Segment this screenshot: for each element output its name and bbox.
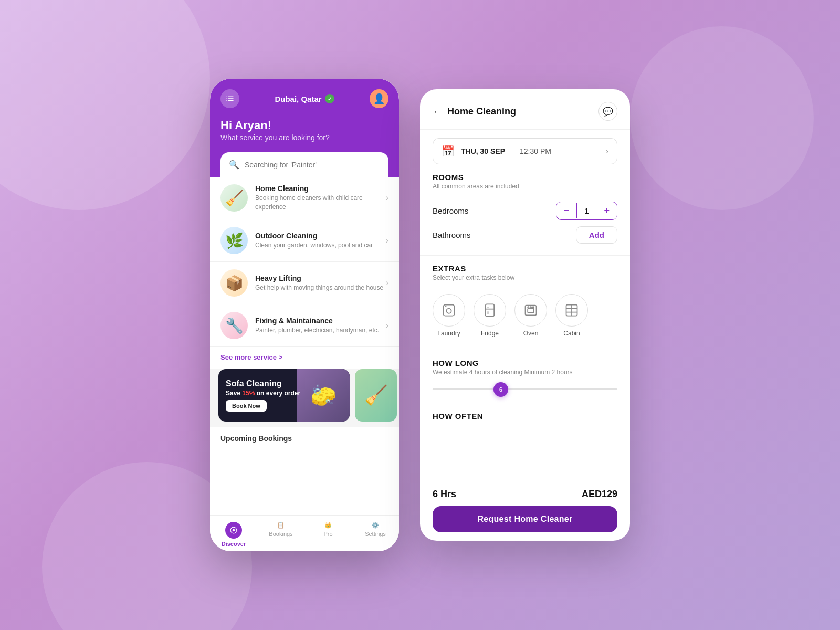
extras-subtitle: Select your extra tasks below (433, 274, 617, 281)
greeting-title: Hi Aryan! (220, 119, 388, 132)
nav-settings[interactable]: ⚙️ Settings (352, 522, 399, 547)
price-row: 6 Hrs AED129 (433, 489, 617, 500)
extras-title: EXTRAS (433, 264, 617, 273)
bg-decoration-1 (0, 0, 210, 210)
outdoor-cleaning-desc: Clean your garden, windows, pool and car (255, 241, 386, 250)
svg-point-8 (533, 307, 534, 308)
panel-footer: 6 Hrs AED129 Request Home Cleaner (420, 480, 630, 541)
bathrooms-label: Bathrooms (433, 230, 471, 239)
nav-discover[interactable]: Discover (210, 522, 257, 547)
chevron-icon-4: › (386, 321, 388, 330)
bottom-navigation: Discover 📋 Bookings 👑 Pro ⚙️ Settings (210, 515, 399, 551)
request-cleaner-button[interactable]: Request Home Cleaner (433, 506, 617, 532)
service-item-outdoor-cleaning[interactable]: 🌿 Outdoor Cleaning Clean your garden, wi… (210, 219, 399, 262)
upcoming-title: Upcoming Bookings (220, 434, 388, 443)
banner-save: Save 15% on every order (226, 390, 300, 397)
extra-oven[interactable]: Oven (514, 294, 547, 337)
fixing-desc: Painter, plumber, electrician, handyman,… (255, 326, 386, 335)
discover-dot (225, 522, 242, 539)
chat-button[interactable]: 💬 (598, 102, 617, 121)
bedrooms-decrease-button[interactable]: − (556, 202, 577, 219)
laundry-icon-circle (433, 294, 465, 327)
nav-bookings[interactable]: 📋 Bookings (257, 522, 304, 547)
svg-point-6 (528, 307, 529, 308)
cabin-label: Cabin (563, 330, 580, 337)
extras-scroll: Laundry Fridge Oven (433, 290, 617, 341)
panel-title: Home Cleaning (447, 106, 516, 117)
bedrooms-row: Bedrooms − 1 + (433, 198, 617, 223)
nav-discover-label: Discover (222, 541, 246, 547)
cabin-icon-circle (555, 294, 588, 327)
back-button[interactable]: ← Home Cleaning (433, 106, 516, 118)
banner-save-suffix: on every order (255, 390, 300, 397)
second-banner[interactable]: 🧹 (355, 369, 397, 422)
price-label: AED129 (582, 489, 617, 500)
service-item-heavy-lifting[interactable]: 📦 Heavy Lifting Get help with moving thi… (210, 262, 399, 304)
sofa-cleaning-banner[interactable]: Sofa Cleaning Save 15% on every order Bo… (218, 369, 350, 422)
home-cleaning-icon: 🧹 (220, 184, 248, 212)
extra-fridge[interactable]: Fridge (474, 294, 506, 337)
search-bar[interactable]: 🔍 (220, 152, 388, 177)
calendar-icon: 📅 (442, 145, 455, 158)
bedrooms-increase-button[interactable]: + (596, 202, 617, 219)
see-more-section: See more service > (210, 347, 399, 369)
extra-laundry[interactable]: Laundry (433, 294, 465, 337)
outdoor-cleaning-icon: 🌿 (220, 227, 248, 254)
date-time-selector[interactable]: 📅 THU, 30 SEP 12:30 PM › (433, 138, 617, 164)
bathrooms-add-button[interactable]: Add (576, 226, 617, 244)
rooms-subtitle: All common areas are included (433, 183, 617, 190)
slider-thumb: 6 (494, 382, 508, 397)
slider-fill (433, 388, 497, 390)
svg-point-7 (530, 307, 531, 308)
nav-pro[interactable]: 👑 Pro (304, 522, 352, 547)
heavy-lifting-text: Heavy Lifting Get help with moving thing… (255, 274, 386, 292)
rooms-section: ROOMS All common areas are included Bedr… (420, 173, 630, 256)
search-input[interactable] (245, 161, 380, 169)
menu-button[interactable] (220, 89, 239, 108)
bookings-icon: 📋 (277, 522, 285, 529)
duration-slider[interactable]: 6 (433, 384, 617, 394)
right-panel: ← Home Cleaning 💬 📅 THU, 30 SEP 12:30 PM… (420, 89, 630, 541)
howlong-subtitle: We estimate 4 hours of cleaning Minimum … (433, 369, 617, 376)
banner-save-amount: 15% (242, 390, 255, 397)
bathrooms-row: Bathrooms Add (433, 223, 617, 247)
book-now-button[interactable]: Book Now (226, 400, 267, 412)
outdoor-cleaning-text: Outdoor Cleaning Clean your garden, wind… (255, 232, 386, 250)
phone-header: Dubai, Qatar ✓ 👤 Hi Aryan! What service … (210, 79, 399, 177)
rooms-title: ROOMS (433, 173, 617, 182)
settings-icon: ⚙️ (372, 522, 379, 529)
outdoor-cleaning-name: Outdoor Cleaning (255, 232, 386, 240)
user-avatar[interactable]: 👤 (370, 89, 388, 108)
svg-rect-5 (528, 309, 534, 313)
panel-header: ← Home Cleaning 💬 (420, 89, 630, 130)
chevron-icon-2: › (386, 236, 388, 245)
greeting-block: Hi Aryan! What service you are looking f… (220, 119, 388, 142)
howlong-title: HOW LONG (433, 359, 617, 368)
home-cleaning-text: Home Cleaning Booking home cleaners with… (255, 184, 386, 212)
see-more-link[interactable]: See more service > (220, 353, 282, 361)
svg-rect-1 (444, 305, 455, 316)
left-phone: Dubai, Qatar ✓ 👤 Hi Aryan! What service … (210, 79, 399, 551)
date-chevron-icon: › (606, 146, 608, 156)
nav-bookings-label: Bookings (269, 531, 292, 537)
date-row-left: 📅 THU, 30 SEP 12:30 PM (442, 145, 551, 158)
svg-point-2 (446, 309, 451, 313)
oven-label: Oven (523, 330, 539, 337)
date-text: THU, 30 SEP (461, 147, 505, 155)
fixing-name: Fixing & Maintainance (255, 317, 386, 325)
extra-cabin[interactable]: Cabin (555, 294, 588, 337)
oven-icon-circle (514, 294, 547, 327)
chevron-icon-3: › (386, 278, 388, 288)
location-text: Dubai, Qatar (275, 94, 321, 103)
slider-track: 6 (433, 388, 617, 390)
upcoming-bookings: Upcoming Bookings (210, 427, 399, 448)
location-display[interactable]: Dubai, Qatar ✓ (275, 94, 334, 103)
service-item-fixing[interactable]: 🔧 Fixing & Maintainance Painter, plumber… (210, 304, 399, 347)
home-cleaning-name: Home Cleaning (255, 184, 386, 193)
heavy-lifting-name: Heavy Lifting (255, 274, 386, 282)
heavy-lifting-desc: Get help with moving things around the h… (255, 284, 386, 292)
bedrooms-counter: − 1 + (556, 202, 617, 220)
howoften-title: HOW OFTEN (433, 412, 617, 421)
banner-save-prefix: Save (226, 390, 242, 397)
service-item-home-cleaning[interactable]: 🧹 Home Cleaning Booking home cleaners wi… (210, 177, 399, 219)
